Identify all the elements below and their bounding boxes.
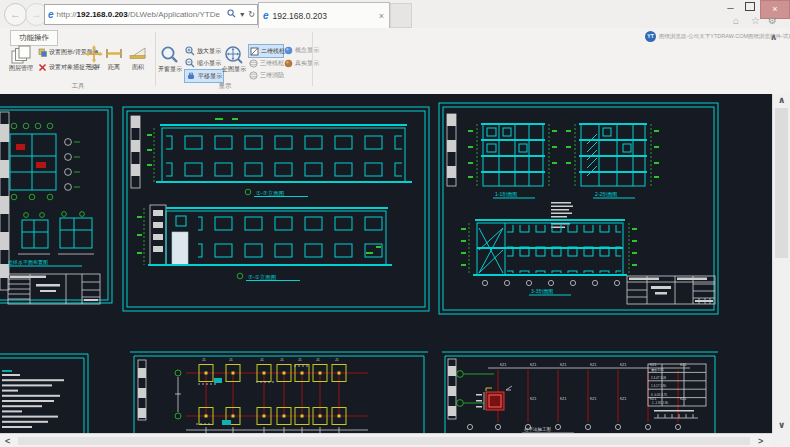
layer-manager-label: 图层管理 — [9, 65, 33, 71]
svg-text:KZ1: KZ1 — [620, 363, 626, 367]
floor-plan — [10, 123, 80, 200]
sheet-columns: KZ1 KZ1 KZ1 KZ1 KZ1 KZ1 KZ1 KZ1 KZ1 KZ1 … — [440, 346, 722, 433]
column-sheet-title: 柱平法施工图 — [524, 426, 551, 432]
zoom-in-label: 放大显示 — [197, 47, 221, 56]
layer-manager-button[interactable]: 图层管理 — [6, 45, 36, 72]
trial-banner: YT 图纸浏览器-公司天下YTDRAW.COM图纸浏览软件-试用版 — [645, 31, 790, 42]
home-icon[interactable]: ⌂ — [733, 15, 739, 26]
tools-group-label: 工具 — [56, 82, 100, 91]
pan-hand-icon — [186, 71, 196, 81]
settings-icon[interactable]: ⚙ — [768, 15, 777, 26]
section-3-label: 3-3剖面图 — [531, 288, 553, 295]
tab-close-icon[interactable]: × — [379, 11, 384, 21]
wireframe-2d-icon — [250, 47, 259, 56]
scroll-right-icon[interactable]: > — [758, 435, 763, 447]
zoom-out-button[interactable]: 缩小显示 — [185, 57, 221, 69]
scrollbar-corner — [772, 433, 790, 447]
ribbon: 功能操作 图层管理 设置图形/背景颜色 设置对象捕捉开关 — [0, 28, 790, 95]
horizontal-scrollbar[interactable]: < > — [0, 433, 772, 447]
svg-text:-1 -1.95 1.90: -1 -1.95 1.90 — [651, 401, 668, 405]
conceptual-button[interactable]: 概念显示 — [284, 44, 319, 56]
osnap-cross-icon — [38, 63, 47, 72]
notes-text-lines — [2, 370, 64, 428]
svg-text:KZ1: KZ1 — [590, 363, 596, 367]
wedge-icon — [128, 45, 148, 63]
zoom-out-icon — [185, 58, 195, 68]
wireframe-2d-button[interactable]: 二维线框 — [248, 44, 284, 58]
section-2-label: 2-2剖面图 — [595, 191, 617, 198]
svg-text:KZ1: KZ1 — [590, 397, 596, 401]
elevation-2: ⑦-①立面图 — [137, 205, 392, 281]
svg-text:KZ1: KZ1 — [560, 363, 566, 367]
ruler-icon — [105, 45, 123, 63]
sheet-sections: 1-1剖面图 2-2剖面图 — [437, 100, 721, 318]
layers-icon — [11, 45, 31, 64]
sections-title-block — [627, 276, 715, 304]
sheet-plan: 给排水平面布置图 — [0, 104, 116, 310]
plan-details — [18, 212, 94, 254]
svg-text:KZ1: KZ1 — [500, 363, 506, 367]
realistic-sphere-icon — [284, 59, 293, 68]
group-divider-2 — [312, 32, 313, 86]
svg-text:0 -0.05 3.75: 0 -0.05 3.75 — [651, 393, 667, 397]
zoom-in-icon — [185, 46, 195, 56]
vertical-scroll-thumb[interactable] — [775, 108, 788, 258]
area-label: 面积 — [132, 64, 144, 70]
fullscreen-label: 全屏 — [88, 64, 100, 70]
group-divider — [155, 32, 156, 86]
ribbon-tab[interactable]: 功能操作 — [10, 30, 58, 46]
horizontal-scroll-thumb[interactable] — [18, 437, 750, 445]
dropdown-icon[interactable]: ▾ — [240, 10, 244, 19]
conceptual-label: 概念显示 — [295, 46, 319, 55]
elevation-1-label: ①-⑦立面图 — [256, 190, 284, 197]
vertical-scrollbar[interactable]: ∧ ∨ — [772, 94, 790, 433]
column-detail — [476, 386, 512, 410]
sheet-elevations: ①-⑦立面图 ⑦-①立面图 — [120, 104, 432, 314]
svg-text:KZ1: KZ1 — [530, 363, 536, 367]
zoom-in-button[interactable]: 放大显示 — [185, 45, 221, 57]
back-button[interactable]: ← — [4, 3, 27, 26]
hidden-3d-button[interactable]: 三维消隐 — [249, 69, 284, 81]
scroll-down-icon[interactable]: ∨ — [778, 419, 785, 431]
window-zoom-button[interactable]: 开窗显示 — [157, 45, 183, 73]
ie-favicon: e — [48, 9, 54, 20]
address-bar[interactable]: e http://192.168.0.203/DLWeb/Application… — [44, 4, 258, 25]
section-1: 1-1剖面图 — [468, 124, 557, 198]
area-button[interactable]: 面积 — [126, 45, 150, 71]
move-arrows-icon — [85, 45, 103, 63]
maximize-icon — [745, 2, 755, 11]
realistic-button[interactable]: 真实显示 — [284, 57, 319, 69]
fit-button[interactable]: 全图显示 — [222, 45, 246, 73]
section-1-label: 1-1剖面图 — [495, 191, 517, 198]
elevation-2-label: ⑦-①立面图 — [248, 274, 276, 281]
distance-button[interactable]: 距离 — [104, 45, 124, 71]
window-zoom-label: 开窗显示 — [158, 66, 182, 72]
svg-text:2 4.47 3.08: 2 4.47 3.08 — [651, 376, 666, 380]
favorites-icon[interactable]: ☆ — [751, 15, 760, 26]
wireframe-2d-label: 二维线框 — [261, 47, 285, 56]
browser-chrome: ← → e http://192.168.0.203/DLWeb/Applica… — [0, 0, 790, 29]
magnifier-icon — [160, 45, 180, 65]
conceptual-sphere-icon — [284, 46, 293, 55]
svg-text:J1: J1 — [202, 358, 206, 362]
fullscreen-button[interactable]: 全屏 — [84, 45, 104, 71]
section-3: 3-3剖面图 — [461, 220, 637, 295]
tab-favicon: e — [263, 10, 269, 21]
url-text: http://192.168.0.203/DLWeb/Application/Y… — [57, 10, 220, 19]
browser-tab[interactable]: e 192.168.0.203 × — [258, 2, 390, 28]
scroll-left-icon[interactable]: < — [5, 435, 10, 447]
forward-icon: → — [31, 8, 42, 20]
svg-text:1 4.17 2.80: 1 4.17 2.80 — [651, 384, 666, 388]
cad-canvas[interactable]: 给排水平面布置图 — [0, 94, 772, 433]
back-icon: ← — [10, 8, 21, 20]
wireframe-3d-button[interactable]: 三维线框 — [249, 57, 284, 69]
zoom-extents-icon — [224, 45, 244, 65]
svg-text:J1: J1 — [229, 358, 233, 362]
ribbon-collapse-icon[interactable]: ∧ — [770, 32, 777, 42]
scroll-up-icon[interactable]: ∧ — [778, 94, 785, 106]
svg-text:J1: J1 — [260, 358, 264, 362]
search-icon[interactable] — [227, 9, 236, 20]
new-tab-button[interactable] — [390, 3, 412, 28]
pan-button[interactable]: 平移显示 — [184, 69, 224, 83]
refresh-icon[interactable]: ↻ — [248, 10, 255, 19]
